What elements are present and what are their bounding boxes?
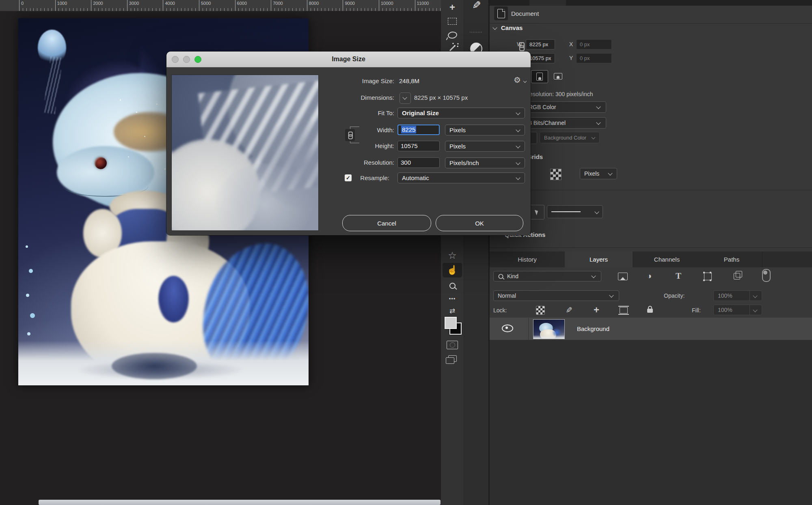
layer-thumbnail[interactable] <box>533 319 565 339</box>
separator <box>490 190 812 190</box>
filter-toggle-switch[interactable] <box>761 269 771 282</box>
height-unit-dropdown[interactable]: Pixels <box>445 141 525 152</box>
horizontal-ruler[interactable]: 0100020003000400050006000700080009000100… <box>0 0 441 11</box>
lasso-tool[interactable] <box>441 28 464 42</box>
lock-position-button[interactable]: + <box>592 304 601 316</box>
star-icon: ☆ <box>448 250 457 261</box>
filter-pixel-layers-button[interactable] <box>615 271 630 282</box>
dimensions-label: Dimensions: <box>325 94 394 101</box>
dimensions-chevron-button[interactable] <box>400 92 411 104</box>
chevron-down-icon <box>609 293 613 297</box>
filter-adjustment-layers-button[interactable]: ◑ <box>643 270 655 282</box>
layer-visibility-toggle[interactable] <box>502 323 513 333</box>
document-icon <box>497 9 505 18</box>
grid-unit-dropdown[interactable]: Pixels <box>580 168 617 179</box>
canvas-y-field[interactable]: 0 px <box>576 53 612 63</box>
lock-paint-button[interactable]: ✎ <box>563 305 574 315</box>
hand-tool[interactable]: ☝ <box>443 263 462 277</box>
chevron-down-icon <box>592 135 596 140</box>
line-style-preview <box>551 211 581 212</box>
tab-channels[interactable]: Channels <box>633 251 702 267</box>
fit-to-dropdown[interactable]: Original Size <box>397 107 525 118</box>
swap-colors[interactable]: ⇄ <box>441 303 464 318</box>
filter-smart-objects-button[interactable] <box>731 271 743 282</box>
foreground-color-swatch[interactable] <box>445 317 457 329</box>
background-color-dropdown[interactable]: Background Color <box>540 132 600 143</box>
dialog-preview[interactable] <box>171 75 319 231</box>
bit-depth-dropdown[interactable]: 8 Bits/Channel <box>524 117 606 129</box>
quick-mask-button[interactable] <box>441 337 464 352</box>
opacity-value: 100% <box>718 292 732 299</box>
chevron-down-icon <box>516 144 520 148</box>
height-field[interactable]: 10575 <box>397 141 440 151</box>
lock-transparency-button[interactable] <box>536 305 545 315</box>
resolution-unit-dropdown[interactable]: Pixels/Inch <box>445 157 525 168</box>
chevron-down-icon <box>516 175 520 180</box>
pointer-icon <box>534 209 539 215</box>
layer-name: Background <box>577 325 609 332</box>
fit-to-label: Fit To: <box>325 110 394 116</box>
tab-paths[interactable]: Paths <box>701 251 762 267</box>
wh-link-icon[interactable] <box>519 42 524 50</box>
resample-label: Resample: <box>320 174 389 181</box>
lock-all-button[interactable] <box>645 303 655 315</box>
canvas-collapse-chevron[interactable] <box>492 25 497 30</box>
width-unit-dropdown[interactable]: Pixels <box>445 125 525 135</box>
image-size-dialog: Image Size Image Size: 248,8M ⚙ Dimensio… <box>166 52 531 235</box>
dialog-titlebar[interactable]: Image Size <box>166 52 531 67</box>
brush-lock-icon: ✎ <box>564 307 574 314</box>
close-window-button[interactable] <box>172 56 179 63</box>
width-field[interactable]: 8225 <box>397 125 440 135</box>
grid-unit-value: Pixels <box>584 170 599 177</box>
lock-artboard-button[interactable] <box>618 305 629 315</box>
horizontal-scrollbar[interactable] <box>39 500 441 505</box>
orientation-portrait-button[interactable] <box>531 70 548 83</box>
bit-depth-value: 8 Bits/Channel <box>529 120 566 126</box>
artwork-bubbles <box>26 245 28 248</box>
filter-shape-layers-button[interactable] <box>702 271 714 282</box>
guide-style-button[interactable] <box>529 205 544 219</box>
screen-mode-icon <box>448 355 457 362</box>
line-style-dropdown[interactable] <box>547 205 603 218</box>
canvas-x-field[interactable]: 0 px <box>576 39 612 49</box>
tab-history[interactable]: History <box>490 251 565 267</box>
zoom-tool[interactable] <box>441 278 464 293</box>
search-icon <box>499 274 503 279</box>
custom-shape-tool[interactable]: ☆ <box>441 248 464 263</box>
grid-checker-swatch[interactable] <box>550 169 561 180</box>
ruler-label: 11000 <box>415 0 429 11</box>
orientation-landscape-button[interactable] <box>550 70 566 82</box>
tab-layers[interactable]: Layers <box>565 251 633 267</box>
ruler-ticks <box>19 8 441 11</box>
gear-icon: ⚙ <box>514 75 521 84</box>
panel-tabs-bar: History Layers Channels Paths <box>490 251 812 267</box>
cancel-button[interactable]: Cancel <box>342 215 431 231</box>
lock-icon <box>647 309 653 313</box>
document-icon-button[interactable] <box>494 6 508 20</box>
marquee-tool[interactable] <box>441 14 464 28</box>
blend-mode-dropdown[interactable]: Normal <box>493 290 619 301</box>
screen-mode-button[interactable] <box>441 351 464 366</box>
checkerboard-icon <box>536 306 545 315</box>
gear-chevron-icon <box>523 80 527 83</box>
artboard-icon <box>620 307 628 314</box>
resample-dropdown[interactable]: Automatic <box>397 172 525 183</box>
minimize-window-button[interactable] <box>183 56 190 63</box>
layer-row-background[interactable]: Background <box>490 318 812 340</box>
dialog-options-gear[interactable]: ⚙ <box>514 75 521 85</box>
brush-panel-button[interactable]: ✎ <box>469 0 484 17</box>
ok-button[interactable]: OK <box>436 215 523 231</box>
ruler-label: 10000 <box>379 0 393 11</box>
move-tool[interactable]: + <box>441 0 464 15</box>
zoom-window-button[interactable] <box>194 56 201 63</box>
opacity-field[interactable]: 100% <box>713 290 762 301</box>
chevron-down-icon <box>516 110 520 115</box>
ruler-label: 6000 <box>235 0 247 11</box>
filter-type-layers-button[interactable]: T <box>672 270 685 282</box>
canvas-width-field[interactable]: 8225 px <box>526 39 555 49</box>
fill-field[interactable]: 100% <box>713 305 762 315</box>
color-mode-value: RGB Color <box>529 104 556 110</box>
kind-filter-dropdown[interactable]: Kind <box>493 271 601 282</box>
color-mode-dropdown[interactable]: RGB Color <box>524 101 606 113</box>
resolution-field[interactable]: 300 <box>397 157 440 168</box>
